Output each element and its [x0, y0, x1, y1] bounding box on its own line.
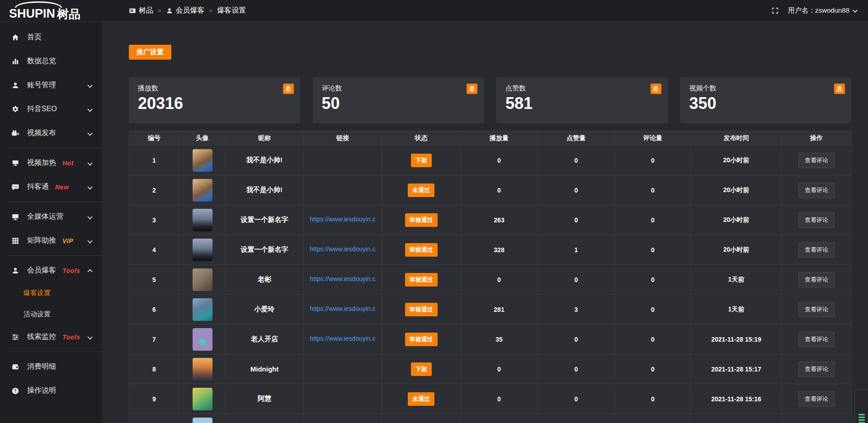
cell-time: 2021-11-28 15:16	[691, 384, 782, 414]
cell-status	[382, 414, 461, 423]
breadcrumb-item[interactable]: 会员爆客	[166, 6, 205, 15]
sidebar-item-数据总览[interactable]: 数据总览	[0, 49, 102, 73]
cell-nickname: 小爱玲	[226, 295, 304, 324]
view-comments-button[interactable]: 查看评论	[798, 153, 835, 168]
video-link[interactable]: https://www.iesdouyin.c	[310, 335, 376, 342]
status-badge: 审核通过	[405, 303, 438, 316]
cell-action: 查看评论	[782, 175, 852, 205]
sidebar-item-矩阵助推[interactable]: 矩阵助推VIP	[0, 229, 102, 253]
cell-status: 未通过	[382, 384, 461, 414]
sidebar-subitem-爆客设置[interactable]: 爆客设置	[0, 282, 102, 304]
video-link[interactable]: https://www.iesdouyin.c	[310, 245, 376, 253]
topbar-right: 用户名：zswodun88	[771, 6, 868, 15]
chevron-down-icon	[87, 83, 92, 88]
table-row: 1我不是小帅!下架00020小时前查看评论	[129, 146, 852, 175]
sidebar-item-首页[interactable]: 首页	[0, 25, 102, 49]
cell-nickname: 我不是小帅!	[226, 175, 304, 205]
floating-contact-widget[interactable]	[854, 390, 868, 423]
breadcrumb-item[interactable]: 爆客设置	[217, 6, 246, 15]
sidebar-item-label: 视频发布	[27, 128, 56, 138]
promo-settings-button[interactable]: 推广设置	[129, 45, 171, 60]
cell-time: 1天前	[691, 265, 782, 295]
user-menu[interactable]: 用户名：zswodun88	[788, 6, 856, 15]
sidebar-item-操作说明[interactable]: 操作说明	[0, 379, 102, 403]
cell-link: https://www.iesdouyin.c	[304, 324, 382, 354]
status-badge: 审核通过	[405, 243, 438, 257]
cell-link	[304, 384, 382, 414]
cell-id: 5	[129, 265, 179, 295]
stat-card-播放数: 播放数20316总	[129, 77, 300, 123]
cell-avatar	[179, 384, 226, 414]
cell-id: 9	[129, 384, 179, 414]
sidebar-subitem-活动设置[interactable]: 活动设置	[0, 304, 102, 325]
stat-value: 581	[505, 94, 668, 113]
view-comments-button[interactable]: 查看评论	[798, 272, 835, 287]
view-comments-button[interactable]: 查看评论	[798, 212, 835, 228]
column-header-状态: 状态	[382, 131, 461, 146]
cell-likes: 0	[538, 146, 615, 175]
cell-comments	[615, 414, 691, 423]
cell-comments: 0	[615, 146, 691, 175]
sidebar-item-账号管理[interactable]: 账号管理	[0, 73, 102, 97]
view-comments-button[interactable]: 查看评论	[798, 332, 835, 347]
cell-nickname	[226, 414, 304, 423]
view-comments-button[interactable]: 查看评论	[798, 183, 835, 198]
sidebar-item-label: 线索监控	[27, 332, 56, 342]
stat-total-badge: 总	[834, 84, 845, 94]
sidebar-item-label: 数据总览	[27, 56, 56, 66]
status-badge: 下架	[411, 154, 432, 167]
cell-avatar	[179, 265, 226, 295]
view-comments-button[interactable]: 查看评论	[798, 242, 835, 258]
video-link[interactable]: https://www.iesdouyin.c	[310, 216, 376, 223]
breadcrumb-label: 树品	[139, 6, 153, 15]
stat-value: 50	[322, 94, 484, 113]
stat-total-badge: 总	[651, 84, 661, 94]
video-link[interactable]: https://www.iesdouyin.c	[310, 305, 376, 312]
cell-likes: 0	[538, 205, 615, 235]
column-header-编号: 编号	[129, 131, 179, 146]
sidebar: 首页数据总览账号管理抖音SEO视频发布视频加热Hot抖客通New全媒体运营矩阵助…	[0, 22, 102, 423]
sidebar-item-视频加热[interactable]: 视频加热Hot	[0, 151, 102, 175]
table-row: 2我不是小帅!未通过00020小时前查看评论	[129, 175, 852, 205]
cell-avatar	[179, 324, 226, 354]
table-row: 3设置一个新名字https://www.iesdouyin.c审核通过26300…	[129, 205, 852, 235]
cell-comments: 0	[615, 175, 691, 205]
sidebar-item-消费明细[interactable]: 消费明细	[0, 355, 102, 379]
view-comments-button[interactable]: 查看评论	[798, 302, 835, 317]
column-header-播放量: 播放量	[461, 131, 538, 146]
sliders-icon	[11, 333, 19, 341]
cell-plays: 263	[461, 205, 538, 235]
bar-chart-icon	[11, 57, 19, 66]
sidebar-item-抖客通[interactable]: 抖客通New	[0, 175, 102, 199]
fullscreen-icon[interactable]	[771, 7, 779, 14]
sidebar-item-抖音SEO[interactable]: 抖音SEO	[0, 97, 102, 121]
avatar	[193, 388, 212, 410]
cell-plays: 0	[461, 354, 538, 384]
chevron-up-icon	[87, 269, 92, 274]
cell-id: 3	[129, 205, 179, 235]
cell-link	[304, 354, 382, 384]
cell-avatar	[179, 295, 226, 324]
sidebar-item-label: 抖音SEO	[27, 104, 57, 114]
widget-bar	[859, 414, 865, 415]
user-icon	[166, 7, 173, 14]
chat-icon	[11, 183, 19, 191]
status-badge: 未通过	[408, 183, 434, 197]
sidebar-item-全媒体运营[interactable]: 全媒体运营	[0, 205, 102, 229]
column-header-昵称: 昵称	[226, 131, 304, 146]
cell-time: 1天前	[691, 295, 782, 324]
breadcrumb-item[interactable]: 树品	[129, 6, 153, 15]
sidebar-item-线索监控[interactable]: 线索监控Tools	[0, 325, 102, 349]
sidebar-item-视频发布[interactable]: 视频发布	[0, 121, 102, 145]
gear-icon	[11, 105, 19, 113]
cell-link: https://www.iesdouyin.c	[304, 235, 382, 265]
monitor-icon	[11, 213, 19, 221]
chevron-down-icon	[87, 214, 92, 219]
data-table-wrap: 编号头像昵称链接状态播放量点赞量评论量发布时间操作 1我不是小帅!下架00020…	[129, 131, 851, 423]
view-comments-button[interactable]: 查看评论	[798, 391, 835, 407]
column-header-点赞量: 点赞量	[538, 131, 615, 146]
sidebar-item-会员爆客[interactable]: 会员爆客Tools	[0, 258, 102, 282]
video-link[interactable]: https://www.iesdouyin.c	[310, 275, 376, 282]
cell-action	[782, 414, 852, 423]
view-comments-button[interactable]: 查看评论	[798, 362, 835, 377]
